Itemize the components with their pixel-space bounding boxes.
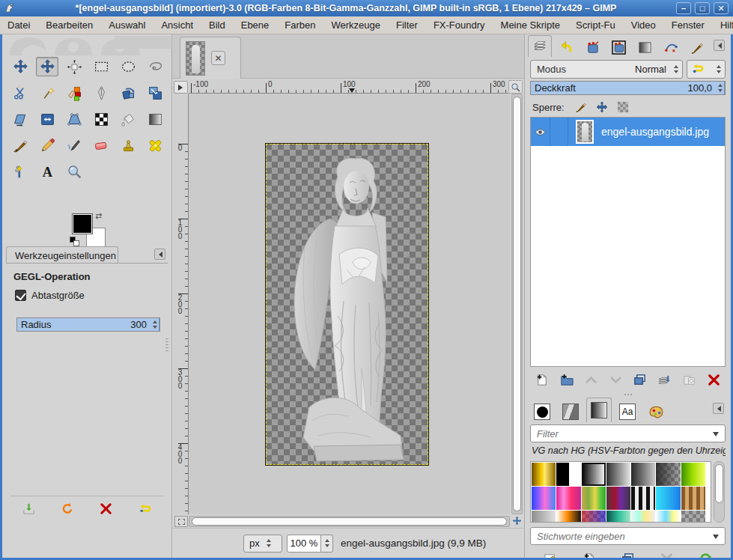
vertical-scrollbar[interactable] <box>511 94 523 514</box>
images-tab[interactable] <box>606 37 630 57</box>
zoom-input[interactable]: 100 % <box>287 535 321 553</box>
scale-tool[interactable] <box>144 83 166 103</box>
new-layer-icon[interactable] <box>535 373 549 387</box>
layer-link-cell[interactable] <box>550 118 568 146</box>
flip-tool[interactable] <box>36 109 58 129</box>
menu-bearbeiten[interactable]: Bearbeiten <box>46 19 93 31</box>
zoom-spinner[interactable] <box>321 535 333 553</box>
gradient-scrollbar[interactable] <box>714 461 725 523</box>
gradient-swatch[interactable] <box>556 511 580 523</box>
maximize-button[interactable]: □ <box>695 2 710 14</box>
gradient-swatch[interactable] <box>631 487 655 510</box>
heal-tool[interactable] <box>144 136 166 155</box>
reset-tool-icon[interactable] <box>138 502 152 516</box>
layer-mode-select[interactable]: Modus Normal <box>530 60 683 79</box>
scissors-select-tool[interactable] <box>9 83 31 103</box>
gradient-filter-box[interactable] <box>530 424 726 442</box>
sample-size-row[interactable]: Abtastgröße <box>15 290 168 301</box>
image-tab[interactable]: ✕ <box>180 37 241 79</box>
gradient-swatch[interactable] <box>656 487 680 510</box>
gradient-tags-input[interactable] <box>537 531 713 542</box>
image-canvas[interactable] <box>266 144 428 465</box>
bucket-fill-tool[interactable] <box>117 109 139 129</box>
menu-script-fu[interactable]: Script-Fu <box>576 19 615 31</box>
gradient-tags-box[interactable] <box>530 527 726 545</box>
paintbrush-tool[interactable] <box>9 136 31 155</box>
close-button[interactable]: ✕ <box>714 2 729 14</box>
free-select-tool[interactable] <box>144 57 166 76</box>
gradient-scroll-thumb[interactable] <box>715 464 723 503</box>
clone-tool[interactable] <box>117 136 139 155</box>
palettes-tab[interactable] <box>643 401 669 422</box>
airbrush-tool[interactable] <box>63 136 85 155</box>
layer-mask-icon[interactable] <box>682 373 696 387</box>
layers-list[interactable]: engel-ausgangsbild.jpg <box>530 117 726 367</box>
delete-layer-icon[interactable] <box>707 373 721 387</box>
gradient-swatch[interactable] <box>556 463 580 486</box>
gradient-swatch[interactable] <box>606 511 630 523</box>
ruler-menu-button[interactable] <box>174 81 188 94</box>
swap-colors-icon[interactable]: ⇄ <box>95 211 102 221</box>
eraser-tool[interactable] <box>90 136 112 155</box>
gradient-swatch[interactable] <box>681 463 705 486</box>
menu-video[interactable]: Video <box>631 19 656 31</box>
duplicate-layer-icon[interactable] <box>633 373 647 387</box>
menu-werkzeuge[interactable]: Werkzeuge <box>332 19 381 31</box>
tab-close-icon[interactable]: ✕ <box>211 51 225 65</box>
gradient-swatch[interactable] <box>532 487 556 510</box>
menu-ebene[interactable]: Ebene <box>241 19 270 31</box>
save-preset-icon[interactable] <box>22 502 36 516</box>
gradient-swatch[interactable] <box>556 487 580 510</box>
gradient-swatch[interactable] <box>681 487 705 510</box>
tool-options-collapse-icon[interactable] <box>154 249 165 260</box>
gradient-swatch-selected[interactable] <box>582 463 606 486</box>
perspective-tool[interactable] <box>63 109 85 129</box>
eye-icon[interactable] <box>535 127 546 138</box>
menu-hilfe[interactable]: Hilfe <box>720 19 733 31</box>
text-tool[interactable]: A <box>36 162 58 181</box>
gradient-swatch[interactable] <box>681 511 705 523</box>
lock-pixels-icon[interactable] <box>575 101 587 113</box>
gradient-swatch[interactable] <box>532 511 556 523</box>
move-tool-active[interactable] <box>36 57 58 76</box>
menu-meine-skripte[interactable]: Meine Skripte <box>501 19 560 31</box>
brushes-tab[interactable] <box>529 401 555 422</box>
horizontal-scroll-thumb[interactable] <box>192 517 507 526</box>
ink-tool[interactable] <box>9 162 31 181</box>
layers-tab[interactable] <box>528 35 552 57</box>
opacity-slider[interactable]: Deckkraft 100,0 <box>530 81 726 95</box>
gradient-swatch[interactable] <box>582 487 606 510</box>
menu-auswahl[interactable]: Auswahl <box>109 19 145 31</box>
gradient-swatch[interactable] <box>631 511 655 523</box>
gradient-filter-input[interactable] <box>537 428 713 439</box>
lock-position-icon[interactable] <box>596 101 608 113</box>
layer-visibility-cell[interactable] <box>531 118 550 146</box>
brushes-dock-tab[interactable] <box>685 37 709 57</box>
quick-mask-toggle[interactable] <box>174 516 188 527</box>
vertical-scroll-thumb[interactable] <box>513 97 521 511</box>
select-by-color-tool[interactable] <box>63 83 85 103</box>
unit-select[interactable]: px <box>243 535 282 553</box>
rectangle-select-tool[interactable] <box>90 57 112 76</box>
fonts-tab[interactable]: Aa <box>615 401 640 422</box>
default-colors-icon[interactable] <box>70 237 79 246</box>
unit-spinner[interactable] <box>264 537 274 550</box>
lower-layer-icon[interactable] <box>609 373 623 387</box>
gradient-swatch[interactable] <box>656 463 680 486</box>
dock-splitter-handle[interactable] <box>525 392 731 397</box>
patterns-tab[interactable] <box>558 401 583 422</box>
tags-dropdown-icon[interactable] <box>713 535 719 542</box>
mode-switch-spinner[interactable] <box>714 63 723 76</box>
canvas-viewport[interactable] <box>189 94 510 514</box>
gradients-tab[interactable] <box>586 398 612 422</box>
ellipse-select-tool[interactable] <box>117 57 139 76</box>
sample-size-checkbox[interactable] <box>15 290 26 301</box>
move-tool[interactable] <box>9 57 31 76</box>
menu-farben[interactable]: Farben <box>285 19 315 31</box>
gradient-swatch[interactable] <box>582 511 606 523</box>
pencil-tool[interactable] <box>36 136 58 155</box>
menu-fx-foundry[interactable]: FX-Foundry <box>434 19 485 31</box>
menu-ansicht[interactable]: Ansicht <box>161 19 193 31</box>
navigation-icon[interactable] <box>510 515 523 528</box>
menu-bild[interactable]: Bild <box>209 19 225 31</box>
